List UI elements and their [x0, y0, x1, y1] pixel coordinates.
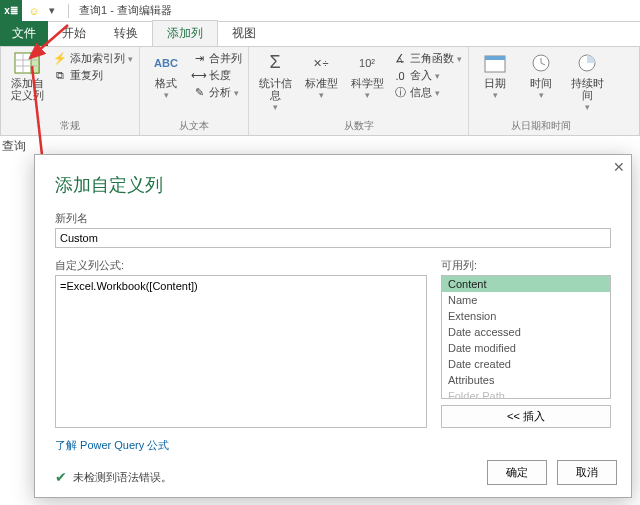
list-item[interactable]: Attributes [442, 372, 610, 388]
duplicate-icon: ⧉ [53, 69, 67, 83]
time-button[interactable]: 时间▾ [521, 51, 561, 101]
window-title: 查询1 - 查询编辑器 [79, 3, 172, 18]
ribbon-tabs: 文件 开始 转换 添加列 视图 [0, 22, 640, 46]
scientific-button[interactable]: 10² 科学型▾ [347, 51, 387, 101]
tab-file[interactable]: 文件 [0, 21, 48, 46]
smiley-icon[interactable]: ☺ [26, 3, 42, 19]
stats-button[interactable]: Σ 统计信息▾ [255, 51, 295, 113]
format-icon: ABC [152, 51, 180, 75]
standard-icon: ✕÷ [307, 51, 335, 75]
merge-icon: ⇥ [192, 52, 206, 66]
svg-rect-1 [31, 53, 39, 73]
duration-button[interactable]: 持续时间▾ [567, 51, 607, 113]
length-icon: ⟷ [192, 69, 206, 83]
group-from-datetime: 日期▾ 时间▾ 持续时间▾ 从日期和时间 [469, 47, 613, 135]
tab-view[interactable]: 视图 [218, 21, 270, 46]
group-label: 从日期和时间 [511, 119, 571, 133]
trig-icon: ∡ [393, 52, 407, 66]
ok-button[interactable]: 确定 [487, 460, 547, 485]
group-from-text: ABC 格式 ▾ ⇥合并列 ⟷长度 ✎分析▾ 从文本 [140, 47, 249, 135]
round-icon: .0 [393, 69, 407, 83]
new-column-label: 新列名 [55, 211, 611, 226]
duplicate-column-button[interactable]: ⧉重复列 [53, 68, 133, 83]
quick-access-toolbar: ☺ ▾ [22, 3, 64, 19]
list-item[interactable]: Content [442, 276, 610, 292]
insert-button[interactable]: << 插入 [441, 405, 611, 428]
learn-link[interactable]: 了解 Power Query 公式 [55, 438, 611, 453]
tab-home[interactable]: 开始 [48, 21, 100, 46]
calendar-icon [481, 51, 509, 75]
group-from-number: Σ 统计信息▾ ✕÷ 标准型▾ 10² 科学型▾ ∡三角函数▾ .0舍入▾ ⓘ信… [249, 47, 469, 135]
group-general: 添加自定义列 ⚡添加索引列▾ ⧉重复列 常规 [1, 47, 140, 135]
chevron-down-icon: ▾ [493, 91, 498, 101]
chevron-down-icon: ▾ [273, 103, 278, 113]
new-column-input[interactable] [55, 228, 611, 248]
divider [68, 4, 69, 18]
add-custom-column-dialog: ✕ 添加自定义列 新列名 自定义列公式: 可用列: Content Name E… [34, 154, 632, 498]
group-label: 从数字 [344, 119, 374, 133]
chevron-down-icon: ▾ [234, 88, 239, 98]
chevron-down-icon: ▾ [539, 91, 544, 101]
list-item[interactable]: Date accessed [442, 324, 610, 340]
list-item[interactable]: Name [442, 292, 610, 308]
chevron-down-icon: ▾ [585, 103, 590, 113]
ribbon: 添加自定义列 ⚡添加索引列▾ ⧉重复列 常规 ABC 格式 ▾ ⇥合并列 ⟷长度… [0, 46, 640, 136]
column-icon [13, 51, 41, 75]
format-button[interactable]: ABC 格式 ▾ [146, 51, 186, 101]
scientific-icon: 10² [353, 51, 381, 75]
info-button[interactable]: ⓘ信息▾ [393, 85, 462, 100]
dialog-title: 添加自定义列 [55, 173, 611, 197]
date-button[interactable]: 日期▾ [475, 51, 515, 101]
add-index-column-button[interactable]: ⚡添加索引列▾ [53, 51, 133, 66]
group-label: 从文本 [179, 119, 209, 133]
parse-button[interactable]: ✎分析▾ [192, 85, 242, 100]
check-icon: ✔ [55, 469, 67, 485]
available-columns-list[interactable]: Content Name Extension Date accessed Dat… [441, 275, 611, 399]
chevron-down-icon: ▾ [128, 54, 133, 64]
close-icon[interactable]: ✕ [613, 159, 625, 175]
clock-icon [527, 51, 555, 75]
list-item[interactable]: Extension [442, 308, 610, 324]
app-icon: x≣ [0, 0, 22, 22]
chevron-down-icon: ▾ [435, 71, 440, 81]
duration-icon [573, 51, 601, 75]
add-custom-column-button[interactable]: 添加自定义列 [7, 51, 47, 101]
list-item[interactable]: Date modified [442, 340, 610, 356]
info-icon: ⓘ [393, 86, 407, 100]
title-bar: x≣ ☺ ▾ 查询1 - 查询编辑器 [0, 0, 640, 22]
length-button[interactable]: ⟷长度 [192, 68, 242, 83]
add-custom-column-label: 添加自定义列 [7, 77, 47, 101]
parse-icon: ✎ [192, 86, 206, 100]
list-item[interactable]: Folder Path [442, 388, 610, 399]
query-panel-label: 查询 [2, 138, 26, 155]
list-item[interactable]: Date created [442, 356, 610, 372]
tab-add-column[interactable]: 添加列 [152, 20, 218, 46]
index-icon: ⚡ [53, 52, 67, 66]
svg-rect-6 [485, 56, 505, 60]
formula-input[interactable] [55, 275, 427, 428]
chevron-down-icon: ▾ [365, 91, 370, 101]
tab-transform[interactable]: 转换 [100, 21, 152, 46]
round-button[interactable]: .0舍入▾ [393, 68, 462, 83]
group-label: 常规 [60, 119, 80, 133]
merge-columns-button[interactable]: ⇥合并列 [192, 51, 242, 66]
trig-button[interactable]: ∡三角函数▾ [393, 51, 462, 66]
chevron-down-icon: ▾ [164, 91, 169, 101]
status-text: 未检测到语法错误。 [73, 470, 172, 485]
chevron-down-icon: ▾ [435, 88, 440, 98]
cancel-button[interactable]: 取消 [557, 460, 617, 485]
chevron-down-icon: ▾ [457, 54, 462, 64]
standard-button[interactable]: ✕÷ 标准型▾ [301, 51, 341, 101]
dropdown-icon[interactable]: ▾ [44, 3, 60, 19]
available-columns-label: 可用列: [441, 258, 611, 273]
sigma-icon: Σ [261, 51, 289, 75]
chevron-down-icon: ▾ [319, 91, 324, 101]
formula-label: 自定义列公式: [55, 258, 427, 273]
